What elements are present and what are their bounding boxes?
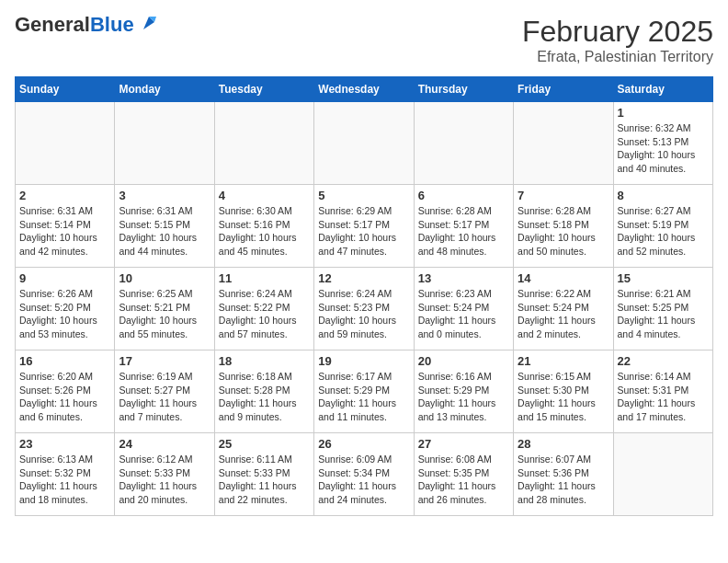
calendar-header-row: SundayMondayTuesdayWednesdayThursdayFrid… [16, 77, 713, 102]
day-info: Sunrise: 6:20 AM Sunset: 5:26 PM Dayligh… [19, 370, 110, 424]
calendar-body: 1Sunrise: 6:32 AM Sunset: 5:13 PM Daylig… [16, 102, 713, 516]
calendar-cell: 13Sunrise: 6:23 AM Sunset: 5:24 PM Dayli… [414, 268, 513, 350]
day-info: Sunrise: 6:07 AM Sunset: 5:36 PM Dayligh… [518, 453, 609, 507]
day-number: 15 [618, 271, 709, 285]
day-number: 7 [518, 189, 609, 202]
day-info: Sunrise: 6:24 AM Sunset: 5:23 PM Dayligh… [318, 287, 409, 341]
calendar-cell: 4Sunrise: 6:30 AM Sunset: 5:16 PM Daylig… [214, 185, 313, 268]
header-saturday: Saturday [613, 77, 712, 102]
day-number: 9 [19, 271, 110, 285]
calendar-cell: 20Sunrise: 6:16 AM Sunset: 5:29 PM Dayli… [414, 350, 513, 433]
calendar-cell: 16Sunrise: 6:20 AM Sunset: 5:26 PM Dayli… [16, 350, 115, 433]
calendar-cell: 11Sunrise: 6:24 AM Sunset: 5:22 PM Dayli… [214, 268, 313, 350]
day-info: Sunrise: 6:19 AM Sunset: 5:27 PM Dayligh… [119, 370, 210, 424]
day-number: 4 [219, 189, 310, 202]
day-number: 13 [418, 271, 509, 285]
calendar-cell: 18Sunrise: 6:18 AM Sunset: 5:28 PM Dayli… [214, 350, 313, 433]
page-header: GeneralBlue February 2025 Efrata, Palest… [15, 15, 713, 65]
logo-blue: Blue [90, 13, 134, 36]
calendar-cell: 19Sunrise: 6:17 AM Sunset: 5:29 PM Dayli… [314, 350, 414, 433]
calendar-cell: 28Sunrise: 6:07 AM Sunset: 5:36 PM Dayli… [514, 433, 613, 516]
day-number: 12 [318, 271, 409, 285]
calendar-cell: 3Sunrise: 6:31 AM Sunset: 5:15 PM Daylig… [115, 185, 214, 268]
day-number: 25 [219, 437, 310, 451]
calendar-cell: 24Sunrise: 6:12 AM Sunset: 5:33 PM Dayli… [115, 433, 214, 516]
logo: GeneralBlue [15, 15, 156, 35]
day-info: Sunrise: 6:11 AM Sunset: 5:33 PM Dayligh… [219, 453, 310, 507]
calendar-week-4: 23Sunrise: 6:13 AM Sunset: 5:32 PM Dayli… [16, 433, 713, 516]
calendar-cell: 14Sunrise: 6:22 AM Sunset: 5:24 PM Dayli… [514, 268, 613, 350]
day-number: 18 [219, 354, 310, 368]
calendar-week-3: 16Sunrise: 6:20 AM Sunset: 5:26 PM Dayli… [16, 350, 713, 433]
calendar-cell: 17Sunrise: 6:19 AM Sunset: 5:27 PM Dayli… [115, 350, 214, 433]
day-info: Sunrise: 6:16 AM Sunset: 5:29 PM Dayligh… [418, 370, 509, 424]
calendar-cell: 9Sunrise: 6:26 AM Sunset: 5:20 PM Daylig… [16, 268, 115, 350]
day-number: 26 [318, 437, 409, 451]
calendar-cell [613, 433, 712, 516]
page-title: February 2025 [522, 15, 713, 49]
calendar-cell [314, 102, 414, 185]
day-number: 2 [19, 189, 110, 202]
day-number: 22 [618, 354, 709, 368]
calendar-cell: 15Sunrise: 6:21 AM Sunset: 5:25 PM Dayli… [613, 268, 712, 350]
calendar-week-0: 1Sunrise: 6:32 AM Sunset: 5:13 PM Daylig… [16, 102, 713, 185]
day-info: Sunrise: 6:17 AM Sunset: 5:29 PM Dayligh… [318, 370, 409, 424]
day-number: 14 [518, 271, 609, 285]
calendar-table: SundayMondayTuesdayWednesdayThursdayFrid… [15, 76, 713, 516]
calendar-week-1: 2Sunrise: 6:31 AM Sunset: 5:14 PM Daylig… [16, 185, 713, 268]
header-tuesday: Tuesday [214, 77, 313, 102]
day-info: Sunrise: 6:26 AM Sunset: 5:20 PM Dayligh… [19, 287, 110, 341]
calendar-cell [214, 102, 313, 185]
header-thursday: Thursday [414, 77, 513, 102]
calendar-cell: 8Sunrise: 6:27 AM Sunset: 5:19 PM Daylig… [613, 185, 712, 268]
calendar-cell [115, 102, 214, 185]
day-info: Sunrise: 6:25 AM Sunset: 5:21 PM Dayligh… [119, 287, 210, 341]
header-wednesday: Wednesday [314, 77, 414, 102]
day-info: Sunrise: 6:08 AM Sunset: 5:35 PM Dayligh… [418, 453, 509, 507]
calendar-cell [16, 102, 115, 185]
calendar-cell: 23Sunrise: 6:13 AM Sunset: 5:32 PM Dayli… [16, 433, 115, 516]
day-info: Sunrise: 6:18 AM Sunset: 5:28 PM Dayligh… [219, 370, 310, 424]
day-number: 21 [518, 354, 609, 368]
calendar-cell: 2Sunrise: 6:31 AM Sunset: 5:14 PM Daylig… [16, 185, 115, 268]
day-number: 5 [318, 189, 409, 202]
day-number: 19 [318, 354, 409, 368]
calendar-cell: 10Sunrise: 6:25 AM Sunset: 5:21 PM Dayli… [115, 268, 214, 350]
logo-general: General [15, 13, 90, 36]
calendar-cell: 22Sunrise: 6:14 AM Sunset: 5:31 PM Dayli… [613, 350, 712, 433]
calendar-cell: 1Sunrise: 6:32 AM Sunset: 5:13 PM Daylig… [613, 102, 712, 185]
day-number: 17 [119, 354, 210, 368]
calendar-cell: 21Sunrise: 6:15 AM Sunset: 5:30 PM Dayli… [514, 350, 613, 433]
calendar-cell: 27Sunrise: 6:08 AM Sunset: 5:35 PM Dayli… [414, 433, 513, 516]
day-number: 1 [618, 106, 709, 120]
page-subtitle: Efrata, Palestinian Territory [522, 49, 713, 65]
header-monday: Monday [115, 77, 214, 102]
day-info: Sunrise: 6:28 AM Sunset: 5:18 PM Dayligh… [518, 204, 609, 259]
day-number: 23 [19, 437, 110, 451]
day-number: 6 [418, 189, 509, 202]
day-info: Sunrise: 6:14 AM Sunset: 5:31 PM Dayligh… [618, 370, 709, 424]
day-info: Sunrise: 6:32 AM Sunset: 5:13 PM Dayligh… [618, 121, 709, 176]
day-info: Sunrise: 6:12 AM Sunset: 5:33 PM Dayligh… [119, 453, 210, 507]
calendar-cell: 25Sunrise: 6:11 AM Sunset: 5:33 PM Dayli… [214, 433, 313, 516]
day-number: 24 [119, 437, 210, 451]
day-info: Sunrise: 6:24 AM Sunset: 5:22 PM Dayligh… [219, 287, 310, 341]
calendar-header: SundayMondayTuesdayWednesdayThursdayFrid… [16, 77, 713, 102]
day-info: Sunrise: 6:13 AM Sunset: 5:32 PM Dayligh… [19, 453, 110, 507]
day-info: Sunrise: 6:27 AM Sunset: 5:19 PM Dayligh… [618, 204, 709, 259]
day-info: Sunrise: 6:23 AM Sunset: 5:24 PM Dayligh… [418, 287, 509, 341]
day-info: Sunrise: 6:31 AM Sunset: 5:14 PM Dayligh… [19, 204, 110, 259]
calendar-cell: 12Sunrise: 6:24 AM Sunset: 5:23 PM Dayli… [314, 268, 414, 350]
logo-bird-icon [136, 13, 156, 33]
calendar-cell: 5Sunrise: 6:29 AM Sunset: 5:17 PM Daylig… [314, 185, 414, 268]
day-info: Sunrise: 6:28 AM Sunset: 5:17 PM Dayligh… [418, 204, 509, 259]
day-info: Sunrise: 6:09 AM Sunset: 5:34 PM Dayligh… [318, 453, 409, 507]
day-number: 16 [19, 354, 110, 368]
day-number: 11 [219, 271, 310, 285]
calendar-cell [414, 102, 513, 185]
title-block: February 2025 Efrata, Palestinian Territ… [522, 15, 713, 65]
day-info: Sunrise: 6:21 AM Sunset: 5:25 PM Dayligh… [618, 287, 709, 341]
calendar-week-2: 9Sunrise: 6:26 AM Sunset: 5:20 PM Daylig… [16, 268, 713, 350]
day-info: Sunrise: 6:22 AM Sunset: 5:24 PM Dayligh… [518, 287, 609, 341]
header-friday: Friday [514, 77, 613, 102]
